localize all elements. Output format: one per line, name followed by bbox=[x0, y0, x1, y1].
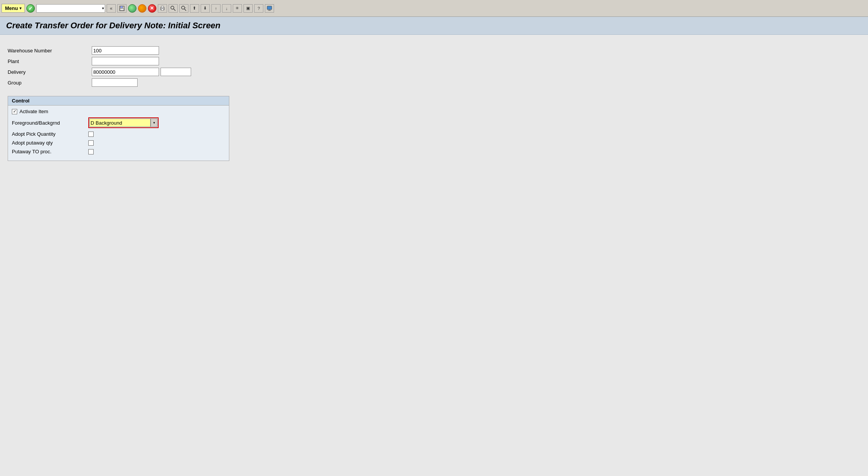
warehouse-number-input[interactable] bbox=[92, 46, 159, 55]
command-combo[interactable] bbox=[36, 4, 105, 13]
page-title-bar: Create Transfer Order for Delivery Note:… bbox=[0, 17, 868, 35]
back-icon[interactable]: « bbox=[107, 4, 116, 13]
warehouse-number-row: Warehouse Number bbox=[8, 46, 860, 55]
check-icon[interactable]: ✓ bbox=[26, 4, 35, 13]
adopt-pick-quantity-checkbox[interactable] bbox=[88, 132, 94, 137]
red-x-icon[interactable]: ✕ bbox=[148, 4, 156, 13]
form-section: Warehouse Number Plant Delivery Group bbox=[8, 46, 860, 87]
foreground-backgrnd-select[interactable]: D Background Foreground Background bbox=[89, 119, 151, 127]
svg-point-6 bbox=[171, 6, 174, 9]
adopt-putaway-qty-checkbox[interactable] bbox=[88, 140, 94, 146]
svg-rect-12 bbox=[269, 10, 270, 10]
scroll-up-icon[interactable]: ↑ bbox=[211, 4, 221, 13]
svg-rect-13 bbox=[268, 10, 271, 11]
activate-item-label: Activate Item bbox=[19, 109, 48, 114]
print-icon[interactable] bbox=[158, 4, 167, 13]
group-label: Group bbox=[8, 80, 92, 86]
activate-item-checkbox[interactable] bbox=[12, 109, 17, 114]
save-icon[interactable] bbox=[117, 4, 127, 13]
adopt-putaway-qty-label: Adopt putaway qty bbox=[12, 140, 88, 146]
find-next-icon[interactable]: + bbox=[179, 4, 188, 13]
layout-icon[interactable]: ▣ bbox=[243, 4, 253, 13]
plant-input[interactable] bbox=[92, 57, 159, 65]
delivery-input[interactable] bbox=[92, 68, 159, 76]
svg-point-8 bbox=[182, 6, 185, 9]
svg-text:+: + bbox=[185, 6, 187, 9]
delivery-label: Delivery bbox=[8, 69, 92, 75]
adopt-pick-quantity-row: Adopt Pick Quantity bbox=[12, 131, 225, 137]
group-row: Group bbox=[8, 78, 860, 87]
adopt-pick-quantity-label: Adopt Pick Quantity bbox=[12, 131, 88, 137]
toolbar: Menu ✓ « ✕ + ⬆ ⬇ ↑ ↓ ✳ ▣ ? bbox=[0, 0, 868, 17]
group-input[interactable] bbox=[92, 78, 138, 87]
help-icon[interactable]: ? bbox=[254, 4, 263, 13]
plant-row: Plant bbox=[8, 57, 860, 65]
adopt-putaway-qty-row: Adopt putaway qty bbox=[12, 140, 225, 146]
plant-label: Plant bbox=[8, 58, 92, 64]
scroll-down-icon[interactable]: ↓ bbox=[222, 4, 231, 13]
green-arrow-icon[interactable] bbox=[128, 4, 136, 13]
control-panel-body: Activate Item Foreground/Backgrnd D Back… bbox=[8, 106, 229, 161]
sun-icon[interactable]: ✳ bbox=[233, 4, 242, 13]
svg-rect-1 bbox=[120, 6, 123, 8]
svg-line-7 bbox=[174, 9, 175, 11]
foreground-backgrnd-row: Foreground/Backgrnd D Background Foregro… bbox=[12, 117, 225, 128]
select-arrow-icon[interactable]: ▾ bbox=[151, 119, 157, 127]
delivery-row: Delivery bbox=[8, 68, 860, 76]
svg-rect-2 bbox=[120, 8, 124, 10]
activate-item-row: Activate Item bbox=[12, 109, 225, 114]
svg-rect-4 bbox=[161, 6, 164, 8]
page-title: Create Transfer Order for Delivery Note:… bbox=[6, 21, 862, 31]
svg-rect-5 bbox=[161, 9, 164, 10]
orange-arrow-icon[interactable] bbox=[138, 4, 146, 13]
page-up-icon[interactable]: ⬆ bbox=[190, 4, 199, 13]
putaway-to-proc-row: Putaway TO proc. bbox=[12, 149, 225, 154]
menu-button[interactable]: Menu bbox=[2, 4, 25, 13]
svg-line-9 bbox=[184, 9, 186, 11]
page-down-icon[interactable]: ⬇ bbox=[201, 4, 210, 13]
find-icon[interactable] bbox=[169, 4, 178, 13]
monitor-icon[interactable] bbox=[265, 4, 274, 13]
delivery-secondary-input[interactable] bbox=[161, 68, 191, 76]
putaway-to-proc-checkbox[interactable] bbox=[88, 149, 94, 154]
control-panel-header: Control bbox=[8, 96, 229, 106]
foreground-backgrnd-select-wrapper: D Background Foreground Background ▾ bbox=[88, 117, 159, 128]
putaway-to-proc-label: Putaway TO proc. bbox=[12, 149, 88, 154]
warehouse-number-label: Warehouse Number bbox=[8, 48, 92, 54]
svg-rect-11 bbox=[267, 6, 272, 10]
foreground-backgrnd-label: Foreground/Backgrnd bbox=[12, 120, 88, 126]
main-content: Warehouse Number Plant Delivery Group Co… bbox=[0, 35, 868, 169]
control-panel: Control Activate Item Foreground/Backgrn… bbox=[8, 96, 229, 161]
